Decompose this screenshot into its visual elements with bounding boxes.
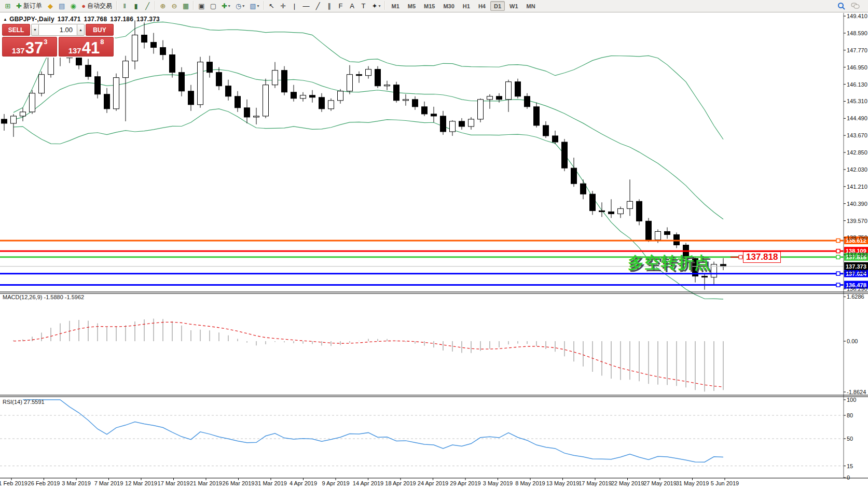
sell-button[interactable]: SELL: [2, 24, 30, 36]
toolbar-button-zoom-in[interactable]: ⊕: [158, 1, 168, 11]
ohlc-open: 137.471: [58, 16, 81, 23]
ohlc-high: 137.768: [84, 16, 107, 23]
toolbar-button-indicator-window[interactable]: ▣: [196, 1, 206, 11]
toolbar-buttons: ⊞✚新订单◆▤◉●自动交易‖▮╱⊕⊖▦▣▢✚▾◷▾▧▾↖✛|—╱∥FAT✦▾: [2, 1, 387, 11]
buy-price-box[interactable]: 137 41 8: [59, 37, 114, 57]
new-order-label: 新订单: [23, 2, 42, 10]
timeframe-button-D1[interactable]: D1: [490, 1, 505, 11]
toolbar-button-new-chart[interactable]: ⊞: [3, 1, 13, 11]
svg-text:4 Apr 2019: 4 Apr 2019: [290, 480, 317, 486]
toolbar-button-text[interactable]: A: [347, 1, 357, 11]
svg-text:80: 80: [847, 412, 853, 418]
svg-text:18 Apr 2019: 18 Apr 2019: [385, 480, 416, 486]
svg-text:7 Mar 2019: 7 Mar 2019: [94, 480, 123, 486]
toolbar-button-text-label[interactable]: T: [359, 1, 369, 11]
timeframe-button-M30[interactable]: M30: [439, 1, 458, 11]
chat-icon[interactable]: [849, 1, 862, 11]
tile-windows-icon: ▦: [183, 2, 189, 10]
toolbar-button-signals[interactable]: ◉: [68, 1, 78, 11]
chart-window: 138.612138.109137.818137.024136.478137.3…: [0, 13, 868, 490]
toolbar-button-vertical-line[interactable]: |: [290, 1, 300, 11]
macd-indicator-label: MACD(12,26,9) -1.5880 -1.5962: [3, 294, 84, 300]
toolbar-button-arrows[interactable]: ✦▾: [370, 1, 383, 11]
market-watch-icon: ▤: [59, 2, 65, 10]
toolbar-separator: [384, 1, 385, 10]
vertical-line-icon: |: [294, 2, 295, 10]
svg-text:138.750: 138.750: [847, 234, 867, 241]
sell-price-big: 37: [25, 41, 43, 54]
svg-text:14 Apr 2019: 14 Apr 2019: [353, 480, 383, 486]
zoom-in-icon: ⊕: [160, 2, 166, 10]
toolbar-button-chart-candles[interactable]: ▮: [131, 1, 141, 11]
sell-price-box[interactable]: 137 37 3: [2, 37, 57, 57]
sell-price-prefix: 137: [12, 47, 25, 54]
toolbar-button-equidistant-channel[interactable]: ∥: [324, 1, 335, 11]
svg-text:3 Mar 2019: 3 Mar 2019: [62, 480, 91, 486]
lot-decrease-button[interactable]: ▼: [31, 24, 39, 36]
svg-text:147.770: 147.770: [847, 47, 867, 53]
timeframe-button-MN[interactable]: MN: [523, 1, 539, 11]
toolbar-button-crosshair[interactable]: ✛: [278, 1, 288, 11]
toolbar-button-period-clock[interactable]: ◷▾: [233, 1, 246, 11]
toolbar-button-chart-line[interactable]: ╱: [142, 1, 153, 11]
toolbar-button-templates[interactable]: ▧▾: [247, 1, 261, 11]
svg-text:142.850: 142.850: [847, 149, 867, 156]
one-click-trading-panel: SELL ▼ ▲ BUY 137 37 3 137 41 8: [1, 23, 115, 58]
svg-text:15: 15: [847, 463, 853, 469]
svg-text:148.590: 148.590: [847, 30, 867, 36]
signals-icon: ◉: [71, 2, 76, 10]
toolbar-button-zoom-out[interactable]: ⊖: [169, 1, 180, 11]
lot-increase-button[interactable]: ▲: [77, 24, 85, 36]
timeframe-button-M1[interactable]: M1: [388, 1, 403, 11]
toolbar-button-template-window[interactable]: ▢: [208, 1, 218, 11]
chevron-down-icon: ▾: [257, 4, 259, 8]
template-window-icon: ▢: [210, 2, 216, 10]
toolbar-button-tile-windows[interactable]: ▦: [181, 1, 191, 11]
toolbar-button-chart-bars[interactable]: ‖: [119, 1, 130, 11]
svg-text:50: 50: [847, 436, 853, 442]
autotrading-label: 自动交易: [87, 2, 112, 10]
chart-canvas[interactable]: 138.612138.109137.818137.024136.478137.3…: [0, 0, 868, 490]
toolbar-button-horizontal-line[interactable]: —: [301, 1, 312, 11]
buy-price-prefix: 137: [68, 47, 81, 54]
timeframe-button-W1[interactable]: W1: [506, 1, 522, 11]
svg-text:0.00: 0.00: [847, 338, 858, 344]
svg-text:21 Mar 2019: 21 Mar 2019: [190, 480, 222, 486]
collapse-triangle-icon[interactable]: ▲: [3, 17, 7, 22]
chevron-down-icon: ▾: [242, 4, 244, 8]
toolbar-button-navigator[interactable]: ◆: [45, 1, 56, 11]
svg-text:146.130: 146.130: [847, 81, 867, 88]
horizontal-line-icon: —: [303, 2, 310, 10]
svg-text:137.110: 137.110: [847, 269, 867, 275]
search-icon[interactable]: [835, 1, 848, 11]
toolbar-button-autotrading[interactable]: ●自动交易: [79, 1, 114, 11]
lot-size-input[interactable]: [39, 24, 77, 36]
toolbar-separator: [116, 1, 117, 10]
period-clock-icon: ◷: [236, 2, 241, 10]
toolbar-separator: [264, 1, 265, 10]
text-label-icon: T: [362, 2, 366, 10]
svg-text:27 May 2019: 27 May 2019: [643, 480, 677, 486]
svg-text:26 Mar 2019: 26 Mar 2019: [223, 480, 255, 486]
svg-text:5 Jun 2019: 5 Jun 2019: [711, 480, 739, 486]
timeframe-button-H1[interactable]: H1: [459, 1, 474, 11]
navigator-icon: ◆: [48, 2, 53, 10]
buy-price-big: 41: [82, 41, 100, 54]
timeframe-button-H4[interactable]: H4: [475, 1, 489, 11]
timeframe-button-M5[interactable]: M5: [404, 1, 419, 11]
toolbar-button-market-watch[interactable]: ▤: [57, 1, 67, 11]
buy-button[interactable]: BUY: [86, 24, 114, 36]
ohlc-low: 137.186: [110, 16, 133, 23]
toolbar-button-cursor[interactable]: ↖: [267, 1, 277, 11]
timeframe-button-M15[interactable]: M15: [420, 1, 438, 11]
toolbar-button-new-order[interactable]: ✚新订单: [14, 1, 44, 11]
svg-text:144.490: 144.490: [847, 115, 867, 121]
toolbar-separator: [193, 1, 194, 10]
svg-text:1.6286: 1.6286: [847, 293, 864, 300]
templates-icon: ▧: [250, 2, 256, 10]
toolbar-button-fibonacci[interactable]: F: [336, 1, 346, 11]
sell-price-pip: 3: [44, 37, 47, 45]
toolbar-button-add-indicator[interactable]: ✚▾: [219, 1, 232, 11]
svg-text:145.310: 145.310: [847, 98, 867, 104]
toolbar-button-trendline[interactable]: ╱: [313, 1, 323, 11]
